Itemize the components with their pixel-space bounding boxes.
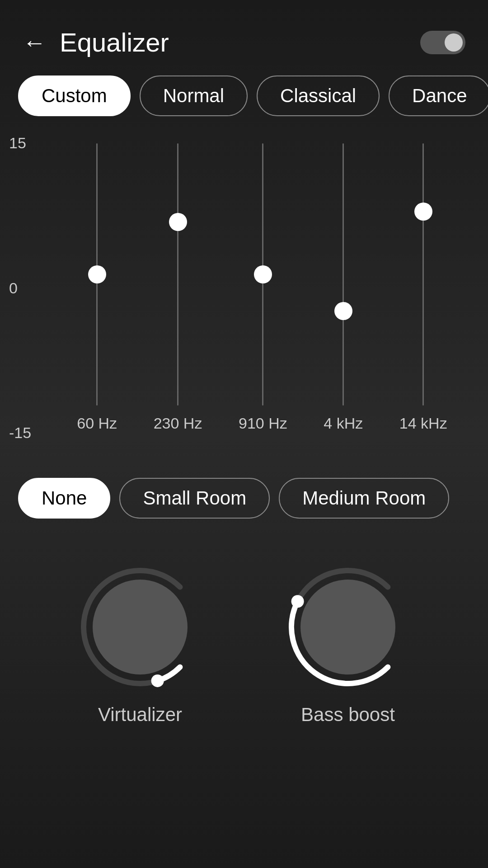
eq-slider-thumb-2[interactable] [254, 265, 272, 283]
eq-slider-track-3[interactable] [342, 143, 345, 406]
reverb-tab-small-room[interactable]: Small Room [119, 478, 270, 519]
knob-label-bass-boost: Bass boost [301, 704, 395, 726]
preset-tab-dance[interactable]: Dance [389, 75, 488, 116]
reverb-tabs-bar: NoneSmall RoomMedium Room [0, 460, 488, 537]
knob-container-virtualizer: Virtualizer [77, 564, 203, 726]
knob-svg-virtualizer[interactable] [77, 564, 203, 690]
knob-svg-bass-boost[interactable] [285, 564, 411, 690]
knob-container-bass-boost: Bass boost [285, 564, 411, 726]
eq-slider-track-0[interactable] [95, 143, 99, 406]
knob-label-virtualizer: Virtualizer [98, 704, 182, 726]
eq-section: 15 0 -15 60 Hz230 Hz910 Hz4 kHz14 kHz [0, 134, 488, 460]
eq-slider-thumb-4[interactable] [414, 203, 432, 221]
svg-point-2 [300, 580, 395, 675]
back-button[interactable]: ← [23, 29, 46, 56]
reverb-tab-medium-room[interactable]: Medium Room [279, 478, 449, 519]
eq-slider-track-4[interactable] [422, 143, 425, 406]
svg-point-1 [151, 675, 164, 687]
svg-point-0 [93, 580, 188, 675]
preset-tab-normal[interactable]: Normal [140, 75, 248, 116]
eq-slider-track-1[interactable] [176, 143, 180, 406]
eq-sliders: 60 Hz230 Hz910 Hz4 kHz14 kHz [23, 143, 465, 451]
svg-point-3 [291, 595, 304, 608]
preset-tab-classical[interactable]: Classical [257, 75, 380, 116]
eq-slider-thumb-3[interactable] [334, 302, 352, 320]
eq-slider-track-2[interactable] [261, 143, 265, 406]
eq-band-2: 910 Hz [239, 143, 287, 432]
header: ← Equalizer [0, 0, 488, 75]
reverb-tab-none[interactable]: None [18, 478, 110, 519]
knobs-section: VirtualizerBass boost [0, 537, 488, 753]
eq-slider-thumb-1[interactable] [169, 213, 187, 231]
eq-band-0: 60 Hz [77, 143, 117, 432]
equalizer-toggle[interactable] [420, 31, 465, 54]
eq-freq-label-2: 910 Hz [239, 415, 287, 432]
eq-slider-thumb-0[interactable] [88, 265, 106, 283]
eq-freq-label-3: 4 kHz [324, 415, 363, 432]
eq-scale-mid: 0 [9, 279, 31, 297]
eq-scale-top: 15 [9, 134, 31, 152]
preset-tabs-bar: CustomNormalClassicalDance [0, 75, 488, 134]
preset-tab-custom[interactable]: Custom [18, 75, 131, 116]
eq-freq-label-4: 14 kHz [399, 415, 447, 432]
eq-scale-bot: -15 [9, 424, 31, 442]
header-left: ← Equalizer [23, 27, 169, 57]
eq-scale-labels: 15 0 -15 [9, 134, 31, 442]
eq-freq-label-0: 60 Hz [77, 415, 117, 432]
eq-freq-label-1: 230 Hz [154, 415, 202, 432]
page-title: Equalizer [60, 27, 169, 57]
eq-band-1: 230 Hz [154, 143, 202, 432]
eq-band-4: 14 kHz [399, 143, 447, 432]
eq-band-3: 4 kHz [324, 143, 363, 432]
